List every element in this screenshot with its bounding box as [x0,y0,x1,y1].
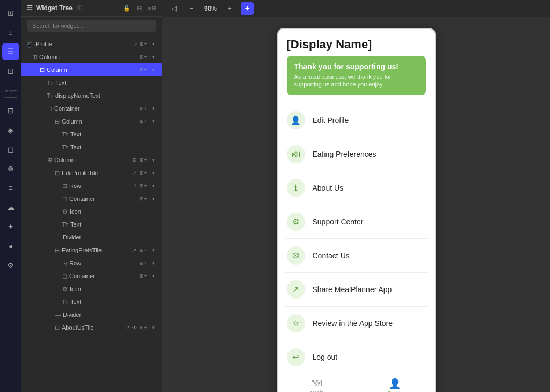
icon-widget-icon: ⚙ [62,208,68,215]
tree-item-text-2[interactable]: Tт Text [21,128,162,141]
tree-item-column-3[interactable]: ⊞ Column ⊞+ ▾ [21,115,162,128]
tree-item-text-3[interactable]: Tт Text [21,141,162,154]
tree-item-column-1[interactable]: ⊞ Column ⊞+ ▾ [21,50,162,63]
tree-item-divider-2[interactable]: — Divider [21,308,162,321]
tree-item-container-3[interactable]: ◻ Container ⊞+ ▾ [21,270,162,282]
more-aut[interactable]: ▾ [149,323,157,332]
menu-item-eating-prefs[interactable]: 🍽 Eating Preferences [285,137,428,171]
back-button[interactable]: ◁ [168,2,180,15]
menu-item-contact[interactable]: ✉ Contact Us [285,239,428,273]
cloud-icon[interactable]: ☁ [2,199,19,216]
components-icon[interactable]: ⊡ [2,62,19,79]
link-icon: ↗ [134,41,138,47]
more-btn-1[interactable]: ▾ [149,53,157,61]
tree-item-profile[interactable]: 📱 Profile ↗ ⊞+ ▾ [21,38,162,50]
magic-button[interactable]: ✦ [241,2,254,15]
container-1-label: Container [54,105,137,112]
menu-item-about-us[interactable]: ℹ About Us [285,171,428,205]
home-icon[interactable]: ⌂ [2,24,19,41]
tree-item-column-4[interactable]: ⊞ Column ⊟ ⊞+ ▾ [21,154,162,166]
eating-prefs-label: Eating Preferences [313,150,377,158]
add-child-btn-c1[interactable]: ⊞+ [139,104,148,113]
tree-item-column-2-selected[interactable]: ⊞ Column ⊞+ ▾ [21,63,162,76]
more-c2[interactable]: ▾ [149,194,157,203]
search-input[interactable] [27,20,156,32]
container-icon-3: ◻ [62,273,67,280]
container-2-label: Container [69,195,137,202]
zoom-in-button[interactable]: + [223,2,236,15]
tree-item-text-5[interactable]: Tт Text [21,295,162,308]
divider-2-label: Divider [63,311,157,318]
nav-profile[interactable]: 👤 Profile [380,378,411,392]
review-icon: ☆ [287,314,305,332]
lines-icon[interactable]: ≡ [2,179,19,197]
add-child-btn-2[interactable]: ⊞+ [139,66,148,74]
paint-icon[interactable]: ◂ [2,237,19,255]
menu-item-logout[interactable]: ↩ Log out [285,340,428,374]
more-btn-2[interactable]: ▾ [149,66,157,74]
tree-item-eatingprefstile[interactable]: ⊞ EatingPrefsTile ↗ ⊞+ ▾ [21,244,162,257]
doc-icon[interactable]: ◻ [2,141,19,158]
more-r1[interactable]: ▾ [149,182,157,190]
add-child-btn-c4[interactable]: ⊞+ [139,156,148,164]
canvas-content: [Display Name] Thank you for supporting … [162,17,550,392]
add-child-r1[interactable]: ⊞+ [139,182,148,190]
tree-item-icon-2[interactable]: ⚙ Icon [21,282,162,295]
add-panel-icon[interactable]: ⊞ [2,4,19,21]
ept-actions: ⊞+ ▾ [139,246,157,255]
add-child-btn[interactable]: ⊞+ [139,40,148,48]
row-2-label: Row [69,260,137,266]
container-1-actions: ⊞+ ▾ [139,104,157,113]
layers-icon[interactable]: ◈ [2,121,19,139]
widget-tree-icon[interactable]: ☰ [2,43,19,60]
tree-item-row-1[interactable]: ⊡ Row ↗ ⊞+ ▾ [21,179,162,192]
column-1-actions: ⊞+ ▾ [139,53,157,61]
add-child-aut[interactable]: ⊞+ [139,323,148,332]
more-c3b[interactable]: ▾ [149,272,157,280]
more-btn-c4[interactable]: ▾ [149,156,157,164]
tree-item-container-1[interactable]: ◻ Container ⊞+ ▾ [21,102,162,115]
nav-meals[interactable]: 🍽 Meals [302,378,332,392]
add-child-ept[interactable]: ⊞+ [139,246,148,255]
add-child-c2[interactable]: ⊞+ [139,194,148,203]
add-child-c3b[interactable]: ⊞+ [139,272,148,280]
text-icon-1: Tт [47,80,53,86]
add-child-r2[interactable]: ⊞+ [139,259,148,267]
menu-item-review[interactable]: ☆ Review in the App Store [285,307,428,340]
tree-item-container-2[interactable]: ◻ Container ⊞+ ▾ [21,192,162,205]
tree-item-icon-1[interactable]: ⚙ Icon [21,205,162,218]
text-icon-5: Tт [62,299,68,305]
tree-item-editprofiletile[interactable]: ⊞ EditProfileTile ↗ ⊞+ ▾ [21,166,162,179]
menu-item-share[interactable]: ↗ Share MealPlanner App [285,273,428,307]
column-3-actions: ⊞+ ▾ [139,117,157,126]
about-us-icon: ℹ [287,179,305,197]
more-ept[interactable]: ▾ [149,246,157,255]
tree-item-text-1[interactable]: Tт Text [21,76,162,89]
more-r2[interactable]: ▾ [149,259,157,267]
container-3-label: Container [69,273,137,279]
phone-preview: [Display Name] Thank you for supporting … [277,28,436,392]
menu-item-edit-profile[interactable]: 👤 Edit Profile [285,104,428,137]
left-icon-bar: ⊞ ⌂ ☰ ⊡ Connect ⊟ ◈ ◻ ⊛ ≡ ☁ ✦ ◂ ⚙ [0,0,21,392]
more-btn[interactable]: ▾ [149,40,157,48]
settings-icon[interactable]: ⚙ [2,257,19,274]
row-icon-1: ⊡ [62,183,67,190]
table-icon[interactable]: ⊟ [2,102,19,119]
add-child-ep[interactable]: ⊞+ [139,169,148,177]
more-ep[interactable]: ▾ [149,169,157,177]
more-btn-c1[interactable]: ▾ [149,104,157,113]
tree-item-aboutustile[interactable]: ⊞ AboutUsTile ↗ 👁 ⊞+ ▾ [21,321,162,334]
more-btn-c3[interactable]: ▾ [149,117,157,126]
row-1-actions: ⊞+ ▾ [139,182,157,190]
star-edit-icon[interactable]: ✦ [2,218,19,235]
add-child-btn-1[interactable]: ⊞+ [139,53,148,61]
menu-item-support[interactable]: ⚙ Support Center [285,205,428,239]
divider-icon-1: — [55,234,61,241]
tree-item-text-4[interactable]: Tт Text [21,218,162,231]
tree-item-displayname[interactable]: Tт displayNameText [21,89,162,102]
network-icon[interactable]: ⊛ [2,160,19,177]
add-child-btn-c3[interactable]: ⊞+ [139,117,148,126]
tree-item-divider-1[interactable]: — Divider [21,231,162,244]
zoom-out-button[interactable]: − [185,2,198,15]
tree-item-row-2[interactable]: ⊡ Row ⊞+ ▾ [21,257,162,270]
